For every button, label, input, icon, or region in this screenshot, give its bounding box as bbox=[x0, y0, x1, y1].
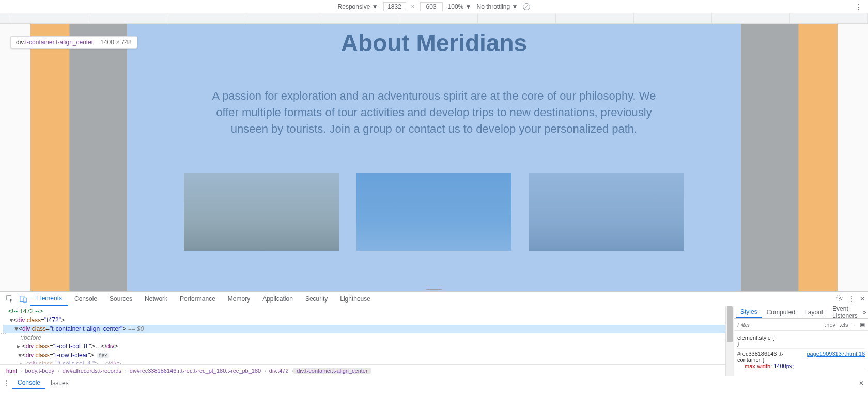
gutter-more-icon[interactable]: ⋯ bbox=[0, 330, 7, 337]
device-toolbar: Responsive ▼ × 100% ▼ No throttling ▼ ⋮ bbox=[0, 0, 868, 13]
tooltip-tag: div bbox=[16, 39, 23, 46]
dom-breadcrumbs: html› body.t-body› div#allrecords.t-reco… bbox=[0, 364, 725, 376]
styles-tab-strip: Styles Computed Layout Event Listeners » bbox=[734, 306, 868, 319]
styles-pane: Styles Computed Layout Event Listeners »… bbox=[734, 306, 868, 376]
drawer-more-icon[interactable]: ⋮ bbox=[3, 379, 9, 387]
tab-sources[interactable]: Sources bbox=[103, 292, 138, 306]
more-icon[interactable]: ⋮ bbox=[848, 295, 855, 303]
styles-more-icon[interactable]: » bbox=[863, 309, 866, 316]
card-row bbox=[127, 173, 740, 251]
image-card bbox=[357, 173, 512, 251]
ruler-strip bbox=[0, 13, 868, 24]
viewport-height-input[interactable] bbox=[420, 2, 443, 11]
page-paragraph: A passion for exploration and an adventu… bbox=[207, 88, 661, 137]
css-prop-value[interactable]: 1400px; bbox=[773, 363, 794, 369]
styles-pane-icon[interactable]: ▣ bbox=[860, 321, 865, 328]
close-devtools-icon[interactable]: ✕ bbox=[860, 295, 865, 303]
tab-network[interactable]: Network bbox=[138, 292, 174, 306]
page-body: About Meridians A passion for exploratio… bbox=[30, 24, 838, 291]
dom-line[interactable]: ▸<div class="t-col t-col_8 ">…</div> bbox=[3, 342, 725, 351]
dom-line[interactable]: ▼<div class="t472"> bbox=[3, 316, 725, 325]
element-style-label: element.style { bbox=[737, 335, 865, 341]
styles-rules[interactable]: element.style { } page19093137.html:18 #… bbox=[734, 331, 868, 376]
drawer-close-icon[interactable]: ✕ bbox=[859, 379, 864, 387]
tooltip-classes: .t-container.t-align_center bbox=[23, 39, 93, 46]
tab-application[interactable]: Application bbox=[256, 292, 299, 306]
devtools-drawer: ⋮ Console Issues ✕ bbox=[0, 376, 868, 389]
dom-tree[interactable]: <!-- T472 --> ▼<div class="t472"> ⋯ ▼<di… bbox=[0, 306, 725, 376]
throttling-dropdown[interactable]: No throttling ▼ bbox=[476, 3, 518, 10]
tab-security[interactable]: Security bbox=[299, 292, 334, 306]
settings-icon[interactable] bbox=[836, 294, 843, 303]
styles-filter-input[interactable] bbox=[737, 322, 820, 328]
dom-line[interactable]: ▼<div class="t-row t-clear">flex bbox=[3, 351, 725, 360]
styles-filter-row: :hov .cls + ▣ bbox=[734, 319, 868, 331]
device-toolbar-more-icon[interactable]: ⋮ bbox=[854, 2, 863, 12]
dom-line-selected[interactable]: ▼<div class="t-container t-align_center"… bbox=[3, 325, 725, 333]
styles-tab-styles[interactable]: Styles bbox=[736, 306, 762, 318]
dimension-x-label: × bbox=[411, 3, 415, 10]
tab-console[interactable]: Console bbox=[68, 292, 103, 306]
dom-scrollbar[interactable] bbox=[725, 306, 734, 376]
inspect-tooltip: div.t-container.t-align_center 1400 × 74… bbox=[10, 36, 137, 49]
tooltip-dimensions: 1400 × 748 bbox=[100, 39, 131, 46]
image-card bbox=[184, 173, 339, 251]
viewport-width-input[interactable] bbox=[383, 2, 406, 11]
zoom-dropdown[interactable]: 100% ▼ bbox=[448, 3, 472, 10]
crumb[interactable]: body.t-body bbox=[22, 368, 57, 374]
rule-source-link[interactable]: page19093137.html:18 bbox=[807, 351, 865, 357]
drawer-tab-issues[interactable]: Issues bbox=[45, 376, 74, 389]
device-mode-dropdown[interactable]: Responsive ▼ bbox=[338, 3, 378, 10]
emulated-viewport: About Meridians A passion for exploratio… bbox=[0, 24, 868, 291]
brace-close: } bbox=[737, 341, 865, 347]
hov-toggle[interactable]: :hov bbox=[825, 322, 835, 328]
styles-tab-event[interactable]: Event Listeners bbox=[828, 306, 862, 318]
devtools-body: <!-- T472 --> ▼<div class="t472"> ⋯ ▼<di… bbox=[0, 306, 868, 376]
crumb[interactable]: div#allrecords.t-records bbox=[59, 368, 125, 374]
svg-point-3 bbox=[839, 297, 841, 299]
inspect-element-icon[interactable] bbox=[5, 294, 14, 304]
styles-tab-computed[interactable]: Computed bbox=[763, 306, 799, 318]
crumb[interactable]: div.t472 bbox=[266, 368, 292, 374]
css-prop-name[interactable]: max-width bbox=[745, 363, 770, 369]
rotate-icon[interactable] bbox=[523, 3, 530, 10]
tab-performance[interactable]: Performance bbox=[174, 292, 222, 306]
new-style-plus-icon[interactable]: + bbox=[853, 322, 856, 328]
tab-memory[interactable]: Memory bbox=[222, 292, 256, 306]
drawer-tab-console[interactable]: Console bbox=[12, 376, 45, 389]
toggle-device-icon[interactable] bbox=[19, 294, 28, 304]
dom-line[interactable]: ::before bbox=[3, 333, 725, 342]
devtools-resize-handle[interactable] bbox=[426, 287, 442, 290]
page-content-block: About Meridians A passion for exploratio… bbox=[127, 24, 740, 291]
dom-line[interactable]: <!-- T472 --> bbox=[3, 307, 725, 316]
devtools-panel: Elements Console Sources Network Perform… bbox=[0, 291, 868, 389]
crumb[interactable]: div#rec338186146.r.t-rec.t-rec_pt_180.t-… bbox=[127, 368, 264, 374]
crumb-selected[interactable]: div.t-container.t-align_center bbox=[293, 368, 370, 374]
styles-tab-layout[interactable]: Layout bbox=[800, 306, 827, 318]
crumb[interactable]: html bbox=[3, 368, 20, 374]
devtools-tab-strip: Elements Console Sources Network Perform… bbox=[0, 292, 868, 306]
page-title: About Meridians bbox=[127, 29, 740, 57]
tab-elements[interactable]: Elements bbox=[30, 292, 68, 306]
cls-toggle[interactable]: .cls bbox=[840, 322, 848, 328]
image-card bbox=[529, 173, 684, 251]
tab-lighthouse[interactable]: Lighthouse bbox=[334, 292, 377, 306]
svg-rect-2 bbox=[23, 298, 26, 302]
